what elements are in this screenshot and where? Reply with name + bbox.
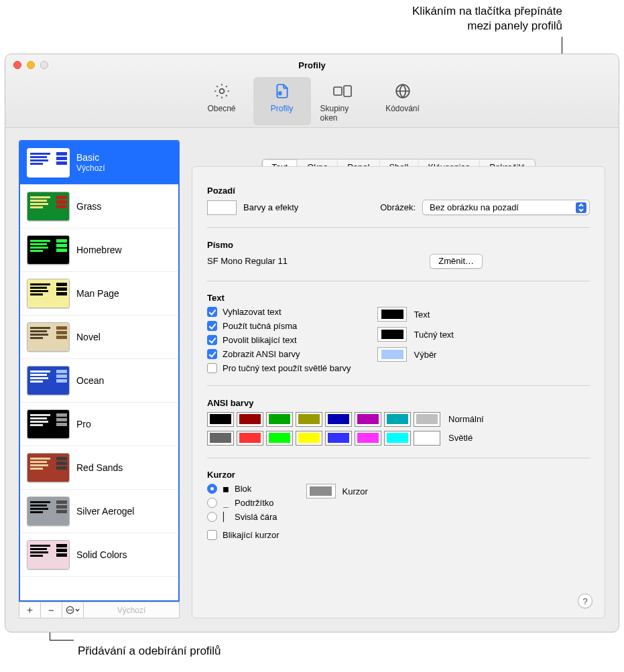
profile-label: Silver Aerogel <box>76 506 134 517</box>
profile-editor: TextOknoPanelShellKlávesnicePokročilé Po… <box>192 140 605 618</box>
text-checkbox[interactable]: Povolit blikající text <box>207 335 351 345</box>
profile-label: Novel <box>76 332 101 343</box>
svg-point-1 <box>278 92 281 94</box>
colors-and-effects-label: Barvy a efekty <box>243 202 298 212</box>
ansi-color-well[interactable] <box>296 412 322 427</box>
toolbar-tab-encoding[interactable]: Kódování <box>374 77 432 125</box>
ansi-color-well[interactable] <box>266 412 293 427</box>
profile-item[interactable]: Ocean <box>20 359 178 403</box>
section-title-text: Text <box>207 293 590 303</box>
profile-sublabel: Výchozí <box>76 163 105 173</box>
profile-item[interactable]: Silver Aerogel <box>20 490 178 533</box>
text-checkbox[interactable]: Zobrazit ANSI barvy <box>207 349 351 359</box>
section-title-background: Pozadí <box>207 186 590 196</box>
cursor-shape-option[interactable]: ▏ Svislá čára <box>207 512 279 522</box>
ansi-color-well[interactable] <box>207 412 234 427</box>
cursor-option-label: Podtržítko <box>235 498 274 508</box>
ansi-color-well[interactable] <box>384 412 411 427</box>
profile-item[interactable]: Grass <box>20 185 178 228</box>
profile-item[interactable]: Novel <box>20 316 178 359</box>
profile-thumbnail <box>27 322 70 352</box>
profile-item[interactable]: Basic Výchozí <box>20 141 178 185</box>
checkbox-input[interactable] <box>207 349 217 359</box>
ansi-color-well[interactable] <box>296 431 322 446</box>
toolbar-tab-general[interactable]: Obecné <box>193 77 251 125</box>
more-actions-button[interactable] <box>62 602 84 618</box>
ansi-color-well[interactable] <box>207 431 234 446</box>
ansi-color-well[interactable] <box>355 412 381 427</box>
profile-label: Man Page <box>76 288 119 299</box>
section-title-cursor: Kurzor <box>207 470 590 480</box>
ansi-color-well[interactable] <box>237 431 263 446</box>
ansi-color-well[interactable] <box>325 412 352 427</box>
general-icon <box>212 81 232 101</box>
radio-input[interactable] <box>207 512 217 522</box>
cursor-glyph-icon: ▏ <box>223 512 229 522</box>
set-default-button[interactable]: Výchozí <box>84 602 179 618</box>
chevron-up-down-icon <box>578 203 584 214</box>
toolbar-tab-groups[interactable]: Skupiny oken <box>314 77 371 125</box>
checkbox-input[interactable] <box>207 321 217 331</box>
ansi-color-well[interactable] <box>355 431 381 446</box>
toolbar-tab-profiles[interactable]: Profily <box>253 77 311 125</box>
ansi-color-well[interactable] <box>237 412 263 427</box>
help-button[interactable]: ? <box>578 594 592 608</box>
cursor-glyph-icon: _ <box>223 498 229 508</box>
ansi-color-well[interactable] <box>414 412 440 427</box>
cursor-shape-option[interactable]: ■ Blok <box>207 484 279 494</box>
profile-item[interactable]: Red Sands <box>20 446 178 490</box>
ansi-color-well[interactable] <box>266 431 293 446</box>
ansi-color-well[interactable] <box>384 431 411 446</box>
text-checkbox[interactable]: Použít tučná písma <box>207 321 351 331</box>
radio-input[interactable] <box>207 498 217 508</box>
ansi-color-well[interactable] <box>325 431 352 446</box>
profile-item[interactable]: Homebrew <box>20 228 178 272</box>
profile-label: Pro <box>76 419 91 430</box>
ansi-color-well[interactable] <box>414 431 440 446</box>
radio-input[interactable] <box>207 484 217 494</box>
checkbox-input[interactable] <box>207 363 217 373</box>
text-panel: Pozadí Barvy a efekty Obrázek: Bez obráz… <box>192 166 605 618</box>
toolbar-tab-label: Profily <box>271 104 293 113</box>
profile-label: Solid Colors <box>76 549 127 561</box>
plus-icon: ＋ <box>25 604 35 616</box>
profile-item[interactable]: Man Page <box>20 272 178 316</box>
checkbox-input[interactable] <box>207 530 217 540</box>
cursor-option-label: Blok <box>235 484 251 494</box>
profile-label: Ocean <box>76 375 104 387</box>
background-section: Pozadí Barvy a efekty Obrázek: Bez obráz… <box>207 186 590 215</box>
font-section: Písmo SF Mono Regular 11 Změnit… <box>207 240 590 269</box>
text-checkbox[interactable]: Pro tučný text použít světlé barvy <box>207 363 351 373</box>
profile-label: Homebrew <box>76 245 122 256</box>
text-color-well[interactable] <box>377 347 407 362</box>
checkbox-input[interactable] <box>207 307 217 317</box>
profile-item[interactable]: Solid Colors <box>20 533 178 577</box>
change-font-button[interactable]: Změnit… <box>430 254 483 269</box>
checkbox-label: Zobrazit ANSI barvy <box>223 349 300 359</box>
ansi-row-label: Světlé <box>448 433 473 443</box>
background-image-select[interactable]: Bez obrázku na pozadí <box>422 200 590 215</box>
profile-thumbnail <box>27 453 70 482</box>
profile-name: Basic <box>76 152 105 163</box>
remove-profile-button[interactable]: − <box>41 602 62 618</box>
text-color-well[interactable] <box>377 327 407 342</box>
profile-list-footer: ＋ − Výchozí <box>19 602 180 618</box>
background-color-well[interactable] <box>207 200 237 215</box>
profile-item[interactable]: Pro <box>20 403 178 446</box>
profile-thumbnail <box>27 192 70 221</box>
checkbox-input[interactable] <box>207 335 217 345</box>
font-value: SF Mono Regular 11 <box>207 256 288 266</box>
add-profile-button[interactable]: ＋ <box>19 602 41 618</box>
profile-name: Homebrew <box>76 245 122 256</box>
toolbar-tab-label: Obecné <box>207 104 235 113</box>
cursor-blink-checkbox[interactable]: Blikající kurzor <box>207 530 279 540</box>
cursor-glyph-icon: ■ <box>223 484 229 494</box>
text-checkbox[interactable]: Vyhlazovat text <box>207 307 351 317</box>
profile-thumbnail <box>27 496 70 526</box>
text-color-well[interactable] <box>377 307 407 322</box>
titlebar: Profily Obecné Profily Skupiny oken Kódo… <box>5 54 619 128</box>
svg-point-0 <box>219 89 224 94</box>
cursor-shape-option[interactable]: _ Podtržítko <box>207 498 279 508</box>
profile-list[interactable]: Basic Výchozí Grass <box>19 140 180 602</box>
cursor-color-well[interactable] <box>306 484 336 498</box>
